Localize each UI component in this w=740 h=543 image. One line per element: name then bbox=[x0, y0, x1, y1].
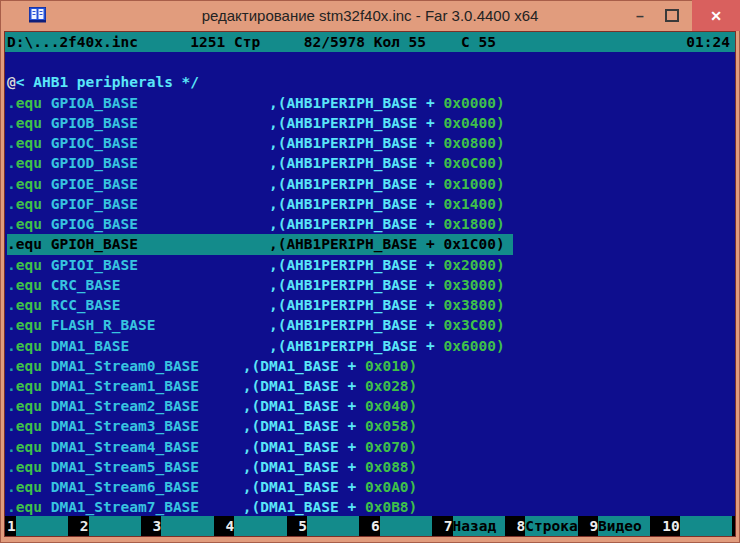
code-line[interactable]: .equ CRC_BASE ,(AHB1PERIPH_BASE + 0x3000… bbox=[5, 275, 735, 295]
fkey-7[interactable]: 7Назад bbox=[444, 516, 517, 536]
code-token: . bbox=[7, 155, 16, 171]
code-line[interactable]: .equ DMA1_Stream7_BASE ,(DMA1_BASE + 0x0… bbox=[5, 497, 735, 515]
fkey-number: 6 bbox=[371, 516, 380, 536]
function-key-bar: 1234567Назад8Строка9Видео10 bbox=[5, 516, 735, 536]
close-button[interactable]: ✕ bbox=[692, 0, 740, 31]
code-token: ,(DMA1_BASE + bbox=[243, 398, 365, 414]
fkey-gap bbox=[432, 516, 444, 536]
code-token: ,(DMA1_BASE + bbox=[243, 358, 365, 374]
code-token: equ bbox=[16, 378, 42, 394]
code-line[interactable]: .equ FLASH_R_BASE ,(AHB1PERIPH_BASE + 0x… bbox=[5, 315, 735, 335]
code-line[interactable]: .equ DMA1_Stream2_BASE ,(DMA1_BASE + 0x0… bbox=[5, 396, 735, 416]
code-token: 0x1800) bbox=[444, 216, 505, 232]
code-token: 0x1400) bbox=[444, 196, 505, 212]
code-token: equ bbox=[16, 155, 42, 171]
code-token bbox=[505, 236, 514, 252]
code-line[interactable]: @< AHB1 peripherals */ bbox=[5, 72, 735, 92]
code-token: ,(AHB1PERIPH_BASE + bbox=[269, 297, 444, 313]
code-token: equ bbox=[16, 216, 42, 232]
code-token: 0x0400) bbox=[444, 115, 505, 131]
code-token: 0x3000) bbox=[444, 277, 505, 293]
code-token: equ bbox=[16, 358, 42, 374]
fkey-1[interactable]: 1 bbox=[7, 516, 80, 536]
fkey-3[interactable]: 3 bbox=[153, 516, 226, 536]
code-token: DMA1_BASE bbox=[42, 338, 269, 354]
code-line[interactable]: .equ GPIOF_BASE ,(AHB1PERIPH_BASE + 0x14… bbox=[5, 194, 735, 214]
code-token: . bbox=[7, 135, 16, 151]
far-icon[interactable] bbox=[29, 7, 46, 23]
minimize-button[interactable]: – bbox=[624, 0, 656, 31]
code-line[interactable]: .equ GPIOE_BASE ,(AHB1PERIPH_BASE + 0x10… bbox=[5, 174, 735, 194]
code-token: DMA1_Stream6_BASE bbox=[42, 479, 243, 495]
code-token: . bbox=[7, 378, 16, 394]
code-line[interactable]: .equ RCC_BASE ,(AHB1PERIPH_BASE + 0x3800… bbox=[5, 295, 735, 315]
fkey-label bbox=[234, 516, 286, 536]
code-token: equ bbox=[16, 439, 42, 455]
fkey-2[interactable]: 2 bbox=[80, 516, 153, 536]
code-token: equ bbox=[16, 196, 42, 212]
fkey-gap bbox=[141, 516, 153, 536]
fkey-label bbox=[89, 516, 141, 536]
code-token: 0x040) bbox=[365, 398, 417, 414]
fkey-number: 5 bbox=[298, 516, 307, 536]
fkey-10[interactable]: 10 bbox=[662, 516, 735, 536]
code-line[interactable]: .equ DMA1_Stream1_BASE ,(DMA1_BASE + 0x0… bbox=[5, 376, 735, 396]
maximize-icon bbox=[665, 9, 679, 22]
code-token: ,(AHB1PERIPH_BASE + bbox=[269, 176, 444, 192]
fkey-label bbox=[307, 516, 359, 536]
code-token: 0x3800) bbox=[444, 297, 505, 313]
code-token: ,(AHB1PERIPH_BASE + bbox=[269, 135, 444, 151]
fkey-5[interactable]: 5 bbox=[298, 516, 371, 536]
code-line[interactable]: .equ GPIOI_BASE ,(AHB1PERIPH_BASE + 0x20… bbox=[5, 255, 735, 275]
code-line[interactable]: .equ GPIOC_BASE ,(AHB1PERIPH_BASE + 0x08… bbox=[5, 133, 735, 153]
code-token: equ bbox=[16, 297, 42, 313]
code-token: 0x1C00) bbox=[444, 236, 505, 252]
titlebar: редактирование stm32f40x.inc - Far 3.0.4… bbox=[0, 0, 740, 31]
code-token: 0x0B8) bbox=[365, 499, 417, 515]
code-line[interactable]: .equ DMA1_Stream3_BASE ,(DMA1_BASE + 0x0… bbox=[5, 416, 735, 436]
editor-status-bar: D:\...2f40x.inc 1251 Стр 82/5978 Кол 55 … bbox=[5, 32, 735, 52]
code-line[interactable]: .equ GPIOD_BASE ,(AHB1PERIPH_BASE + 0x0C… bbox=[5, 153, 735, 173]
editor-lines[interactable]: @< AHB1 peripherals */.equ GPIOA_BASE ,(… bbox=[5, 52, 735, 516]
fkey-number: 1 bbox=[7, 516, 16, 536]
fkey-4[interactable]: 4 bbox=[225, 516, 298, 536]
code-line[interactable]: .equ GPIOB_BASE ,(AHB1PERIPH_BASE + 0x04… bbox=[5, 113, 735, 133]
code-line[interactable]: .equ GPIOH_BASE ,(AHB1PERIPH_BASE + 0x1C… bbox=[5, 234, 735, 254]
code-line[interactable]: .equ DMA1_Stream0_BASE ,(DMA1_BASE + 0x0… bbox=[5, 356, 735, 376]
maximize-button[interactable] bbox=[656, 0, 688, 31]
code-token: 0x010) bbox=[365, 358, 417, 374]
code-token: . bbox=[7, 297, 16, 313]
code-line[interactable]: .equ GPIOG_BASE ,(AHB1PERIPH_BASE + 0x18… bbox=[5, 214, 735, 234]
code-token: equ bbox=[16, 176, 42, 192]
fkey-gap bbox=[287, 516, 299, 536]
code-line[interactable] bbox=[5, 52, 735, 72]
code-line[interactable]: .equ DMA1_Stream4_BASE ,(DMA1_BASE + 0x0… bbox=[5, 437, 735, 457]
fkey-number: 7 bbox=[444, 516, 453, 536]
fkey-gap bbox=[68, 516, 80, 536]
code-token: GPIOG_BASE bbox=[42, 216, 269, 232]
fkey-9[interactable]: 9Видео bbox=[589, 516, 662, 536]
fkey-gap bbox=[214, 516, 226, 536]
code-token: equ bbox=[16, 459, 42, 475]
code-token: GPIOD_BASE bbox=[42, 155, 269, 171]
fkey-gap bbox=[359, 516, 371, 536]
code-token: equ bbox=[16, 338, 42, 354]
code-line[interactable]: .equ DMA1_Stream6_BASE ,(DMA1_BASE + 0x0… bbox=[5, 477, 735, 497]
fkey-6[interactable]: 6 bbox=[371, 516, 444, 536]
code-token: equ bbox=[16, 257, 42, 273]
code-token: equ bbox=[16, 317, 42, 333]
code-token: 0x028) bbox=[365, 378, 417, 394]
code-token: ,(AHB1PERIPH_BASE + bbox=[269, 338, 444, 354]
code-token: ,(AHB1PERIPH_BASE + bbox=[269, 115, 444, 131]
code-token: 0x088) bbox=[365, 459, 417, 475]
code-token: 0x058) bbox=[365, 418, 417, 434]
code-token: ,(AHB1PERIPH_BASE + bbox=[269, 257, 444, 273]
code-line[interactable]: .equ DMA1_Stream5_BASE ,(DMA1_BASE + 0x0… bbox=[5, 457, 735, 477]
code-token: ,(DMA1_BASE + bbox=[243, 439, 365, 455]
code-token: equ bbox=[16, 418, 42, 434]
code-token: DMA1_Stream5_BASE bbox=[42, 459, 243, 475]
code-line[interactable]: .equ DMA1_BASE ,(AHB1PERIPH_BASE + 0x600… bbox=[5, 336, 735, 356]
code-line[interactable]: .equ GPIOA_BASE ,(AHB1PERIPH_BASE + 0x00… bbox=[5, 93, 735, 113]
code-token: . bbox=[7, 338, 16, 354]
fkey-8[interactable]: 8Строка bbox=[517, 516, 590, 536]
